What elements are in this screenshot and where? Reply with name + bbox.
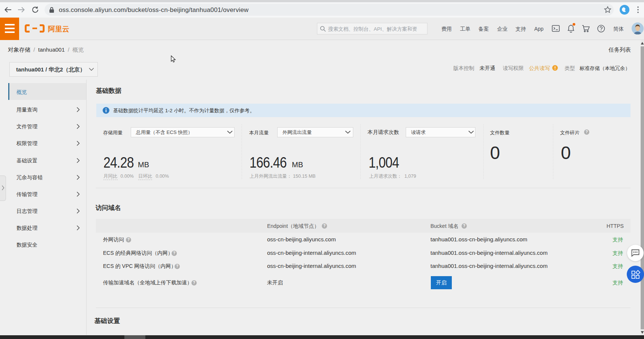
svg-text:阿里云: 阿里云 bbox=[48, 25, 69, 33]
svg-text:?: ? bbox=[586, 130, 588, 134]
